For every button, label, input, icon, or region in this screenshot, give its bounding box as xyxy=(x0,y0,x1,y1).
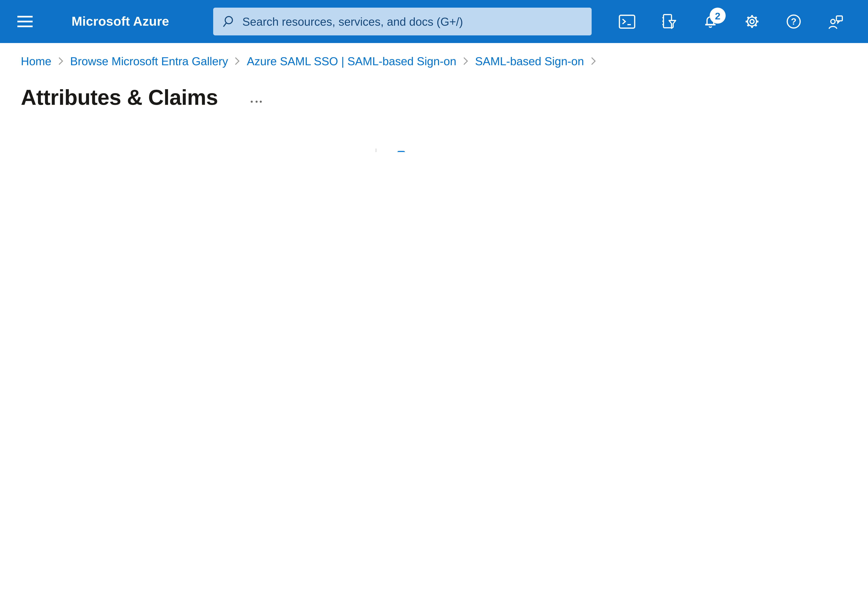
azure-portal-window: Microsoft Azure xyxy=(0,0,868,152)
got-feedback-button[interactable]: Got feedback? xyxy=(388,149,489,152)
page-title: Attributes & Claims xyxy=(21,85,218,110)
chevron-right-icon xyxy=(591,57,596,65)
top-bar: Microsoft Azure xyxy=(0,0,868,43)
menu-icon[interactable] xyxy=(17,13,33,30)
breadcrumb-home[interactable]: Home xyxy=(21,54,51,68)
breadcrumb-gallery[interactable]: Browse Microsoft Entra Gallery xyxy=(70,54,228,68)
svg-text:?: ? xyxy=(791,17,797,26)
notification-badge: 2 xyxy=(710,8,725,23)
chevron-right-icon xyxy=(58,57,63,65)
add-group-claim-label: Add a group claim xyxy=(164,151,259,152)
got-feedback-label: Got feedback? xyxy=(413,151,489,152)
search-icon xyxy=(222,15,235,28)
add-new-claim-button[interactable]: Add new claim xyxy=(31,151,126,152)
title-row: Attributes & Claims xyxy=(21,83,868,113)
add-new-claim-label: Add new claim xyxy=(49,151,126,152)
add-group-claim-button[interactable]: Add a group claim xyxy=(146,151,259,152)
bell-icon[interactable]: 2 xyxy=(702,13,719,30)
plus-icon xyxy=(146,152,158,152)
gear-icon[interactable] xyxy=(744,13,760,30)
cloud-shell-icon[interactable] xyxy=(619,13,636,30)
brand-title[interactable]: Microsoft Azure xyxy=(71,0,169,43)
directory-filter-icon[interactable] xyxy=(660,13,677,30)
breadcrumb: Home Browse Microsoft Entra Gallery Azur… xyxy=(21,53,868,69)
columns-label: Columns xyxy=(308,151,355,152)
chevron-right-icon xyxy=(463,57,468,65)
feedback-icon[interactable] xyxy=(827,13,844,30)
help-icon[interactable]: ? xyxy=(785,13,802,30)
toolbar-separator xyxy=(375,148,377,152)
breadcrumb-app-sso[interactable]: Azure SAML SSO | SAML-based Sign-on xyxy=(247,54,456,68)
more-options-icon[interactable] xyxy=(248,100,262,102)
page-content: Home Browse Microsoft Entra Gallery Azur… xyxy=(0,43,868,152)
search-input[interactable] xyxy=(241,14,583,29)
chevron-right-icon xyxy=(235,57,240,65)
columns-button[interactable]: Columns xyxy=(288,151,355,152)
command-bar: Add new claim Add a group claim Colum xyxy=(31,148,868,152)
global-search xyxy=(213,8,592,36)
breadcrumb-saml-signon[interactable]: SAML-based Sign-on xyxy=(475,54,584,68)
columns-icon xyxy=(288,152,302,152)
plus-icon xyxy=(31,152,42,152)
feedback-icon xyxy=(388,149,406,152)
